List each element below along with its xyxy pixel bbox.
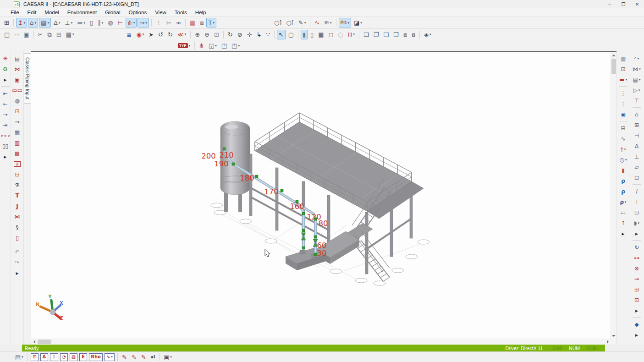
box-select[interactable]: ▢ <box>286 30 296 39</box>
menu-model[interactable]: Model <box>40 9 63 16</box>
force-delta-dropdown[interactable]: ▾ <box>59 21 61 25</box>
minimize-button[interactable]: – <box>603 2 616 7</box>
density-display[interactable]: Rho <box>89 353 103 361</box>
restraints-display[interactable]: ⋮ <box>50 353 58 361</box>
restraint-nodes[interactable]: ⋈ <box>12 64 22 74</box>
global-view[interactable]: ◍ <box>12 96 22 105</box>
valve-dropdown[interactable]: ▾ <box>639 67 641 71</box>
structural-steel-2[interactable]: ▩ <box>12 148 22 158</box>
flange-check[interactable]: ⊨ <box>165 18 173 27</box>
walk-through[interactable]: ∵ <box>264 30 271 39</box>
auto-refresh[interactable]: ♻ <box>0 64 11 74</box>
edit-deltas-dropdown[interactable]: ▾ <box>304 21 306 25</box>
redo[interactable]: ↷ <box>12 258 22 267</box>
paste[interactable]: ⊟ <box>55 30 63 39</box>
marker-pen-check[interactable]: ✎ <box>120 352 129 362</box>
tee[interactable]: ⊤ <box>632 96 642 105</box>
scroll-left-arrow[interactable] <box>31 339 37 345</box>
half-pipe-dropdown[interactable]: ▾ <box>638 221 639 225</box>
temperature-tool[interactable]: ‡▾ <box>618 144 628 154</box>
title-text-dropdown[interactable]: ▾ <box>213 21 215 25</box>
scroll-down-arrow[interactable] <box>611 333 616 339</box>
new-file[interactable]: □ <box>2 30 11 39</box>
plot-view-dropdown[interactable]: ▾ <box>347 21 349 25</box>
status-monitor[interactable]: ⊡ <box>618 64 628 74</box>
element-list-view[interactable]: ▤▾ <box>13 352 25 362</box>
selection-frame[interactable]: ⊡ <box>632 295 642 305</box>
anchor[interactable]: ↥▾ <box>16 18 27 27</box>
scroll-right-arrow[interactable] <box>605 339 611 345</box>
select-cursor[interactable]: ↖ <box>277 30 286 39</box>
copy[interactable]: ⧉ <box>46 30 54 39</box>
node-ruler[interactable]: ⋮ <box>154 18 164 27</box>
node-groups[interactable]: ⊞ <box>632 285 642 294</box>
valve[interactable]: ⋈▾ <box>632 64 642 74</box>
renumber-nodes[interactable]: ⊶ <box>632 253 642 263</box>
insert-element-after[interactable]: ◳ <box>220 41 229 50</box>
save-file[interactable]: ▣ <box>22 30 31 39</box>
classic-piping-input-tab[interactable]: Classic Piping Input <box>24 53 31 104</box>
expand-more-2[interactable]: ▸ <box>632 306 642 315</box>
gauge-tool[interactable]: ◷▾ <box>618 155 628 165</box>
restraints-image[interactable]: ▤▾ <box>39 18 51 27</box>
render-translucent[interactable]: ◌ <box>336 30 345 39</box>
tee-component[interactable]: T <box>12 191 22 200</box>
iso-view[interactable]: ◈▾ <box>422 30 433 39</box>
classification-typ[interactable]: TYP▾ <box>176 41 192 50</box>
flow-direction[interactable]: ↑ <box>618 218 628 228</box>
bend[interactable]: ◜▾ <box>632 54 642 63</box>
delete-nodes[interactable]: ⊗ <box>632 263 642 273</box>
last-element[interactable]: ⇥ <box>0 120 11 130</box>
view-top[interactable]: ❑ <box>381 30 391 39</box>
bend-dropdown[interactable]: ▾ <box>638 57 639 60</box>
node-range-out[interactable]: ○[ <box>284 18 295 27</box>
modulus-display[interactable]: E <box>79 353 87 361</box>
expansion-joint-dropdown[interactable]: ▾ <box>639 78 641 82</box>
appearance-paint[interactable]: ◆ <box>632 319 642 329</box>
reducer-dropdown[interactable]: ▾ <box>638 88 640 92</box>
turbine-equipment[interactable]: ◉ <box>618 110 628 119</box>
fluid-density[interactable]: ρ <box>618 176 628 186</box>
insulated-pipe[interactable]: ▮ <box>618 165 628 175</box>
view-left[interactable]: ⧈ <box>402 30 409 39</box>
node-insert-column[interactable]: ⋮ <box>618 88 628 98</box>
menu-tools[interactable]: Tools <box>171 9 191 16</box>
insert-element-before[interactable]: ◱▾ <box>207 41 219 50</box>
node-delete-column[interactable]: ⋮ <box>618 99 628 109</box>
spectrum-board[interactable]: ∿ <box>618 134 628 143</box>
restraints-image-dropdown[interactable]: ▾ <box>47 21 49 25</box>
node-numbers-display[interactable]: ⊡ <box>31 353 39 361</box>
render-view[interactable]: ◪▾ <box>352 18 364 27</box>
branch-nodes[interactable]: ⋔▾ <box>126 18 137 27</box>
displacements-panel[interactable]: ⌂ <box>632 110 642 119</box>
node-dimension[interactable]: ⊺ <box>632 197 642 207</box>
rotate-right[interactable]: ↻ <box>166 30 175 39</box>
text-insert[interactable]: aI <box>149 352 157 362</box>
valve-component[interactable]: ⋈ <box>12 212 22 221</box>
piping-input-list[interactable]: ▤ <box>12 54 22 63</box>
render-mesh[interactable]: ▦ <box>316 30 325 39</box>
valve-flange-database[interactable]: ▦ <box>188 18 197 27</box>
node-increment[interactable]: ⊸▾ <box>138 18 149 27</box>
nozzle-check[interactable]: ⊟ <box>632 173 642 182</box>
node-step[interactable]: ⊸ <box>12 117 22 126</box>
snapshot-options[interactable]: ▣▾ <box>162 352 174 362</box>
wave-display-dropdown[interactable]: ▾ <box>111 355 113 359</box>
zoom-in[interactable]: ⊕ <box>193 30 202 39</box>
3d-viewport[interactable]: 200210190180170160120806030 NYXZ <box>31 51 616 345</box>
displacements[interactable]: ⌂▾ <box>28 18 38 27</box>
pipe-capsule[interactable]: ▬▾ <box>618 75 628 84</box>
element-list-view-dropdown[interactable]: ▾ <box>22 355 23 359</box>
title-text[interactable]: T▾ <box>206 18 216 27</box>
print-dropdown[interactable]: ▾ <box>72 33 74 36</box>
node-range-in[interactable]: ○] <box>272 18 283 27</box>
orient-views-dropdown[interactable]: ▾ <box>185 33 187 36</box>
batch-run[interactable]: ➤ <box>147 30 155 39</box>
next-element[interactable]: → <box>0 110 11 119</box>
render-wireframe[interactable]: ▯ <box>308 30 315 39</box>
horizontal-scroll-thumb[interactable] <box>38 340 51 344</box>
spring-hanger[interactable]: § <box>12 222 22 232</box>
node-chain[interactable]: ∘∘∘ <box>0 131 11 140</box>
wave-display[interactable]: ∿▾ <box>105 353 115 361</box>
rotate-model[interactable]: ↻ <box>632 242 642 252</box>
